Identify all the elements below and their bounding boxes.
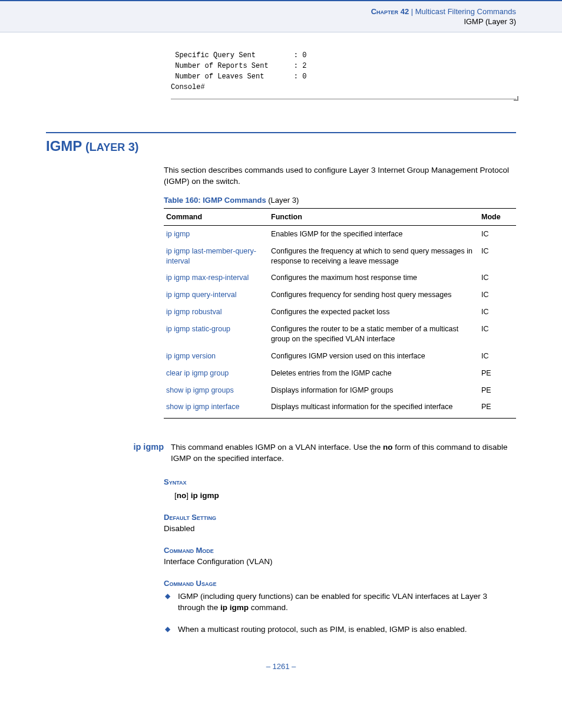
mode-cell: PE [479, 365, 516, 382]
function-cell: Configures the expected packet loss [269, 304, 479, 321]
command-mode-value: Interface Configuration (VLAN) [164, 557, 516, 566]
syntax-heading: Syntax [164, 477, 516, 486]
mode-cell: IC [479, 243, 516, 270]
table-row: ip igmp robustvalConfigures the expected… [164, 304, 516, 321]
function-cell: Configures the router to be a static mem… [269, 321, 479, 348]
table-row: ip igmp max-resp-intervalConfigures the … [164, 269, 516, 286]
chapter-number: 42 [401, 7, 409, 16]
page-header: Chapter 42 | Multicast Filtering Command… [0, 0, 562, 32]
header-separator: | [411, 7, 415, 16]
usage-item: When a multicast routing protocol, such … [164, 624, 516, 635]
function-cell: Enables IGMP for the specified interface [269, 225, 479, 242]
header-title: Multicast Filtering Commands [415, 7, 516, 16]
function-cell: Configures the frequency at which to sen… [269, 243, 479, 270]
th-mode: Mode [479, 208, 516, 225]
section-title: IGMP (LAYER 3) [46, 138, 516, 154]
command-name: ip igmp [46, 442, 171, 452]
th-function: Function [269, 208, 479, 225]
mode-cell: IC [479, 348, 516, 365]
command-link[interactable]: show ip igmp groups [166, 386, 234, 394]
function-cell: Configures frequency for sending host qu… [269, 286, 479, 304]
command-link[interactable]: ip igmp static-group [166, 325, 230, 333]
usage-list: IGMP (including query functions) can be … [164, 591, 516, 635]
function-cell: Configures the maximum host response tim… [269, 269, 479, 286]
command-link[interactable]: ip igmp query-interval [166, 291, 237, 299]
function-cell: Displays information for IGMP groups [269, 382, 479, 399]
chapter-label: Chapter [371, 7, 398, 16]
mode-cell: PE [479, 398, 516, 418]
command-link[interactable]: clear ip igmp group [166, 369, 229, 377]
table-row: ip igmp query-intervalConfigures frequen… [164, 286, 516, 304]
table-row: ip igmpEnables IGMP for the specified in… [164, 225, 516, 242]
command-link[interactable]: ip igmp [166, 230, 190, 238]
table-row: show ip igmp groupsDisplays information … [164, 382, 516, 399]
table-row: ip igmp last-member-query-intervalConfig… [164, 243, 516, 270]
mode-cell: IC [479, 269, 516, 286]
command-link[interactable]: ip igmp robustval [166, 308, 222, 316]
function-cell: Displays multicast information for the s… [269, 398, 479, 418]
command-link[interactable]: ip igmp last-member-query-interval [166, 247, 256, 265]
command-mode-heading: Command Mode [164, 546, 516, 555]
console-output: Specific Query Sent : 0 Number of Report… [171, 50, 516, 100]
th-command: Command [164, 208, 269, 225]
table-row: ip igmp static-groupConfigures the route… [164, 321, 516, 348]
function-cell: Configures IGMP version used on this int… [269, 348, 479, 365]
table-row: show ip igmp interfaceDisplays multicast… [164, 398, 516, 418]
mode-cell: IC [479, 304, 516, 321]
function-cell: Deletes entries from the IGMP cache [269, 365, 479, 382]
section-divider [46, 132, 516, 133]
table-caption: Table 160: IGMP Commands (Layer 3) [164, 196, 516, 205]
header-subtitle: IGMP (Layer 3) [0, 17, 516, 26]
command-link[interactable]: ip igmp version [166, 352, 216, 360]
default-setting-value: Disabled [164, 524, 516, 533]
command-description: This command enables IGMP on a VLAN inte… [171, 442, 516, 465]
command-usage-heading: Command Usage [164, 579, 516, 588]
command-link[interactable]: show ip igmp interface [166, 403, 239, 411]
command-link[interactable]: ip igmp max-resp-interval [166, 274, 249, 282]
igmp-commands-table: Command Function Mode ip igmpEnables IGM… [164, 208, 516, 419]
mode-cell: IC [479, 321, 516, 348]
table-row: ip igmp versionConfigures IGMP version u… [164, 348, 516, 365]
syntax-line: [no] ip igmp [174, 491, 516, 500]
table-row: clear ip igmp groupDeletes entries from … [164, 365, 516, 382]
mode-cell: IC [479, 286, 516, 304]
mode-cell: PE [479, 382, 516, 399]
section-intro: This section describes commands used to … [164, 165, 516, 187]
mode-cell: IC [479, 225, 516, 242]
page-number: – 1261 – [0, 662, 562, 689]
usage-item: IGMP (including query functions) can be … [164, 591, 516, 614]
default-setting-heading: Default Setting [164, 513, 516, 522]
